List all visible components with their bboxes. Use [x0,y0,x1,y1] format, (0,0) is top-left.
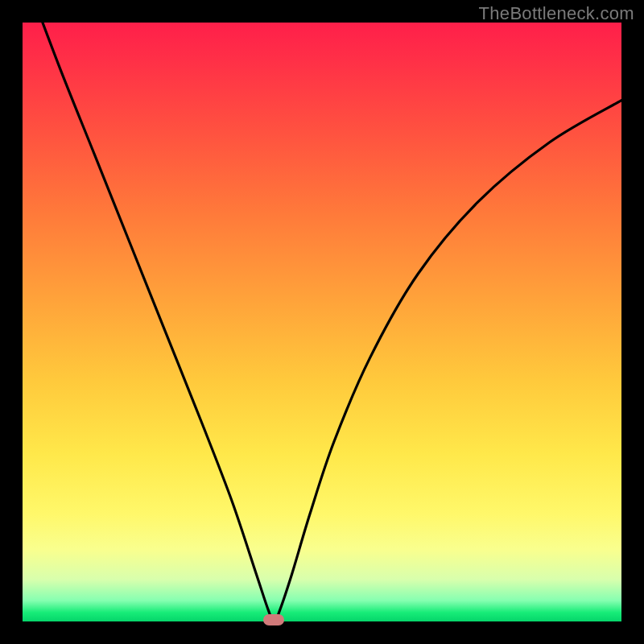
bottleneck-curve [23,23,621,621]
plot-area [23,23,621,621]
optimum-marker [263,614,284,625]
chart-container: TheBottleneck.com [0,0,644,644]
watermark-text: TheBottleneck.com [479,3,634,24]
